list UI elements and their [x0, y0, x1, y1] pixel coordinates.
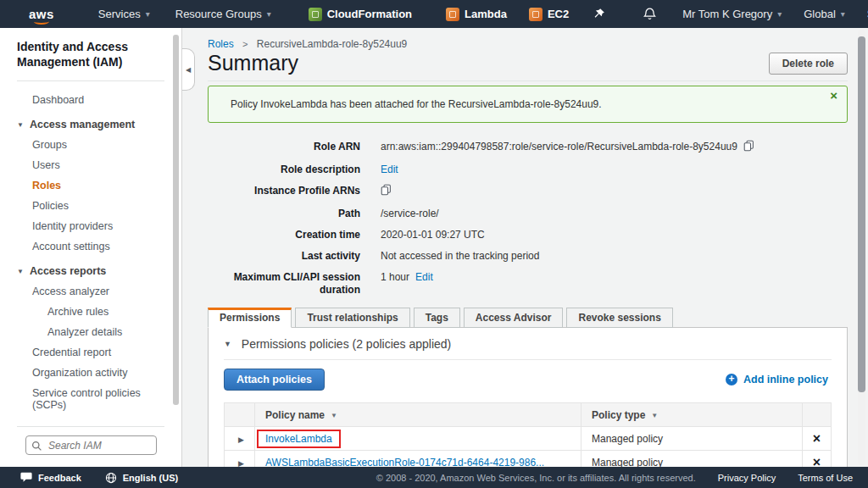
sidebar-item-analyzer-details[interactable]: Analyzer details	[17, 322, 165, 342]
collapse-arrow-icon: ◀	[186, 66, 191, 74]
nav-shortcut-lambda[interactable]: Lambda	[446, 8, 507, 21]
creation-time-value: 2020-01-01 09:27 UTC	[381, 229, 485, 241]
permissions-panel: ▼ Permissions policies (2 policies appli…	[208, 327, 848, 467]
sidebar-item-dashboard[interactable]: Dashboard	[17, 90, 165, 110]
policy-name-column-header[interactable]: Policy name▼	[255, 403, 581, 427]
remove-policy-icon[interactable]: ×	[813, 431, 821, 446]
main-content: ◀ Roles > RecursiveLambda-role-8y524uu9 …	[182, 28, 868, 467]
privacy-policy-link[interactable]: Privacy Policy	[718, 473, 776, 483]
role-tabs: Permissions Trust relationships Tags Acc…	[208, 308, 848, 327]
globe-icon	[105, 472, 117, 484]
tab-access-advisor[interactable]: Access Advisor	[464, 308, 564, 328]
terms-of-use-link[interactable]: Terms of Use	[798, 473, 853, 483]
copy-icon[interactable]	[381, 184, 392, 199]
lambda-icon	[446, 8, 459, 21]
copy-icon[interactable]	[743, 140, 754, 155]
role-arn-value: arn:aws:iam::299404798587:role/service-r…	[381, 141, 737, 153]
attach-policies-button[interactable]: Attach policies	[224, 369, 325, 391]
nav-services-menu[interactable]: Services ▾	[98, 8, 150, 20]
chevron-down-icon: ▾	[777, 9, 782, 19]
chevron-down-icon: ▼	[17, 268, 24, 275]
sidebar-section-access-management[interactable]: ▼Access management	[17, 114, 165, 135]
tab-revoke-sessions[interactable]: Revoke sessions	[566, 308, 672, 328]
breadcrumb-current: RecursiveLambda-role-8y524uu9	[257, 38, 407, 50]
sidebar-item-policies[interactable]: Policies	[17, 196, 165, 216]
sidebar-item-access-analyzer[interactable]: Access analyzer	[17, 281, 165, 302]
policy-name-link[interactable]: AWSLambdaBasicExecutionRole-0174c71d-646…	[265, 457, 544, 468]
policy-row-invokelambda: ▶ InvokeLambda Managed policy ×	[225, 427, 832, 451]
role-arn-label: Role ARN	[208, 141, 360, 155]
sidebar-item-roles[interactable]: Roles	[17, 175, 165, 196]
sidebar-item-groups[interactable]: Groups	[17, 135, 165, 155]
footer-bar: Feedback English (US) © 2008 - 2020, Ama…	[0, 467, 868, 488]
last-activity-label: Last activity	[208, 250, 360, 263]
sidebar-scrollbar[interactable]	[173, 31, 179, 462]
page-title: Summary	[208, 51, 298, 75]
sidebar-item-scps[interactable]: Service control policies (SCPs)	[17, 383, 165, 415]
path-label: Path	[208, 208, 360, 220]
tab-tags[interactable]: Tags	[414, 308, 460, 328]
add-inline-policy-link[interactable]: + Add inline policy	[726, 374, 828, 385]
language-selector[interactable]: English (US)	[105, 472, 178, 484]
last-activity-value: Not accessed in the tracking period	[381, 250, 539, 263]
ec2-icon	[529, 8, 542, 21]
policy-type-value: Managed policy	[592, 433, 663, 445]
max-session-duration-value: 1 hour	[381, 271, 409, 284]
aws-logo[interactable]: aws	[29, 7, 54, 21]
feedback-button[interactable]: Feedback	[20, 472, 81, 483]
aws-smile-icon	[34, 19, 49, 25]
role-description-label: Role description	[208, 164, 360, 176]
policy-name-link[interactable]: InvokeLambda	[265, 433, 332, 445]
nav-resource-groups-menu[interactable]: Resource Groups ▾	[175, 8, 271, 20]
page-scrollbar[interactable]	[858, 30, 865, 465]
policy-type-value: Managed policy	[592, 457, 663, 468]
sidebar-item-credential-report[interactable]: Credential report	[17, 342, 165, 363]
sidebar-item-account-settings[interactable]: Account settings	[17, 236, 165, 257]
remove-policy-icon[interactable]: ×	[813, 455, 821, 468]
sidebar-divider	[17, 426, 164, 427]
sidebar-divider	[17, 80, 164, 81]
path-value: /service-role/	[381, 208, 439, 220]
sidebar-title: Identity and Access Management (IAM)	[17, 40, 157, 69]
resource-groups-label: Resource Groups	[175, 8, 262, 20]
expand-row-icon[interactable]: ▶	[235, 459, 244, 468]
policies-table: Policy name▼ Policy type▼ ▶ InvokeLambda…	[224, 402, 832, 467]
copyright-text: © 2008 - 2020, Amazon Web Services, Inc.…	[376, 473, 696, 483]
breadcrumb-roles-link[interactable]: Roles	[208, 38, 234, 50]
expand-row-icon[interactable]: ▶	[235, 435, 244, 444]
sort-caret-icon: ▼	[331, 412, 337, 419]
policies-table-header-row: Policy name▼ Policy type▼	[225, 403, 832, 427]
permissions-policies-section-toggle[interactable]: ▼ Permissions policies (2 policies appli…	[224, 337, 832, 351]
search-iam-input[interactable]	[25, 435, 157, 455]
notifications-bell-icon[interactable]	[643, 7, 657, 21]
sidebar-collapse-button[interactable]: ◀	[182, 48, 195, 91]
policy-row-basic-execution: ▶ AWSLambdaBasicExecutionRole-0174c71d-6…	[225, 451, 832, 468]
policy-type-column-header[interactable]: Policy type▼	[581, 403, 803, 427]
delete-role-button[interactable]: Delete role	[769, 53, 848, 75]
nav-shortcut-cloudformation[interactable]: CloudFormation	[309, 8, 412, 21]
sidebar-item-identity-providers[interactable]: Identity providers	[17, 216, 165, 236]
tab-permissions[interactable]: Permissions	[208, 308, 292, 328]
nav-region-menu[interactable]: Global ▾	[804, 8, 845, 20]
region-label: Global	[804, 8, 836, 20]
header-divider	[208, 80, 848, 81]
sidebar-section-access-reports[interactable]: ▼Access reports	[17, 261, 165, 281]
sort-caret-icon: ▼	[651, 412, 658, 419]
sidebar-item-users[interactable]: Users	[17, 155, 165, 175]
nav-shortcut-ec2[interactable]: EC2	[529, 8, 569, 21]
sidebar-item-archive-rules[interactable]: Archive rules	[17, 302, 165, 322]
breadcrumb-separator-icon: >	[242, 39, 248, 49]
page-scrollbar-thumb[interactable]	[858, 36, 865, 392]
pushpin-icon[interactable]	[593, 8, 605, 20]
edit-max-session-link[interactable]: Edit	[415, 271, 433, 284]
banner-close-icon[interactable]: ×	[830, 89, 837, 102]
sidebar-item-organization-activity[interactable]: Organization activity	[17, 363, 165, 383]
edit-role-description-link[interactable]: Edit	[381, 164, 398, 176]
nav-user-menu[interactable]: Mr Tom K Gregory ▾	[682, 8, 782, 20]
role-details: Role ARN arn:aws:iam::299404798587:role/…	[208, 141, 848, 297]
tab-trust-relationships[interactable]: Trust relationships	[295, 308, 409, 328]
sidebar-nav: Dashboard ▼Access management Groups User…	[17, 90, 181, 415]
chevron-down-icon: ▾	[267, 9, 271, 19]
search-icon	[31, 440, 42, 455]
chevron-down-icon: ▼	[17, 121, 24, 129]
